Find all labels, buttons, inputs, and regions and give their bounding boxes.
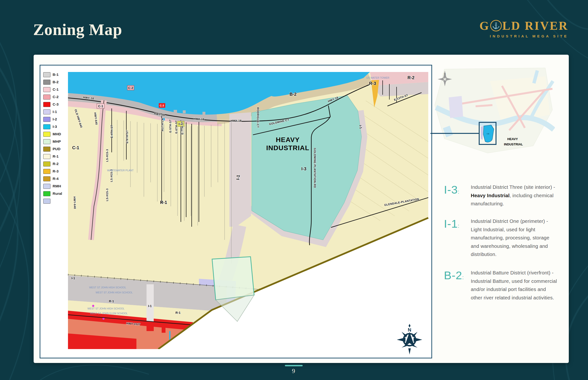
map-label: RUTH-LN [161,118,164,131]
i1-strip-bottom [147,284,154,322]
legend-swatch [43,87,50,92]
legend-swatch [43,132,50,137]
zone-text-i1: Industrial District One (perimeter) - Li… [471,217,559,259]
svg-text:N: N [444,73,446,75]
inset-site-label: I-3 [487,133,489,135]
map-label: R-1 [176,311,181,315]
legend-label: R-4 [53,177,59,181]
legend-swatch [43,161,50,167]
map-label: WEST ST JOHN HIGH SCHOOL [87,307,125,310]
logo-text-g: G [480,19,490,33]
legend-item: B-1 [43,72,62,77]
map-label: R-1 [109,299,114,303]
legend-item: C-3 [43,102,62,107]
legend-item: C-2 [43,94,62,99]
legend-label: B-1 [53,73,59,77]
zoning-map-frame: HWY-18HWY-18HWY-18HWY-18HWY-18B-2RODRIGU… [40,65,432,358]
inset-callout-line2: INDUSTRIAL [504,143,523,146]
legend-swatch [43,147,50,152]
legend-label: C-1 [53,87,59,92]
legend-label: R-1 [53,154,59,159]
zone-code-i3: I-3: [444,183,471,208]
zone-description-i3: I-3: Industrial District Three (site int… [444,183,559,208]
compass-north-letter: N [408,327,411,333]
map-label: E-7TH-ST [181,121,184,134]
map-label: I-3 [301,167,306,171]
legend-swatch [43,176,50,181]
map-label: US WATER TOWER [366,76,389,79]
map-label: C-1 [72,145,79,150]
zone-code-i1: I-1: [444,217,471,259]
legend-item: B-2 [43,79,62,85]
logo-text-ldriver: LD RIVER [502,19,568,33]
legend-swatch [43,124,50,129]
map-label: I-1 [71,276,75,280]
legend-swatch [43,102,50,107]
legend-item [43,198,62,204]
legend-label: RMH [53,184,61,188]
map-label: LS-H15-3 [106,149,108,162]
legend-swatch [43,80,50,85]
legend-item: R-3 [43,169,62,174]
map-label: HWY-640 [73,196,76,209]
map-label: E-9TH-ST [126,130,128,143]
legend-label: I-3 [53,125,57,129]
map-label: C-3 [160,104,164,107]
legend-swatch [43,72,50,77]
legend-swatch [43,184,50,189]
map-label: I-1 [235,175,241,180]
legend-swatch [43,139,50,144]
legend-swatch [43,109,50,114]
map-label: R-2 [407,75,414,80]
legend-label: R-3 [53,169,59,173]
legend: B-1B-2C-1C-2C-3I-1I-2I-3MHDMHPPUDR-1R-2R… [43,72,62,206]
map-label: WEST ST JOHN HIGH SCHOOL [89,286,126,289]
legend-item: I-1 [43,109,62,114]
red-block-small [162,325,166,333]
inset-callout-line1: HEAVY [507,137,518,141]
legend-item: PUD [43,146,62,152]
zone-code-b2: B-2: [444,269,471,302]
map-label: R-1 [160,200,167,205]
legend-label: I-1 [53,110,57,114]
legend-label: PUD [53,147,61,151]
school-dot [92,305,94,307]
zone-description-i1: I-1: Industrial District One (perimeter)… [444,217,559,259]
legend-item: R-4 [43,176,62,181]
legend-label: C-3 [53,102,59,107]
legend-item: I-2 [43,116,62,122]
map-label: HEAVY [276,136,299,143]
map-label: HWY-18 [231,119,241,122]
legend-swatch [43,191,50,196]
legend-item: I-3 [43,124,62,129]
legend-label: C-2 [53,95,59,99]
map-label: HWY-18 [193,117,204,121]
green-parcel-fan [216,295,254,322]
mhp-green-parcel [212,257,254,300]
map-label: GOLDMINE-PLANTATION-RD [314,148,316,188]
map-label: I-1 [358,125,363,129]
map-label: E-4TH-ST [110,125,113,138]
logo-tagline: INDUSTRIAL MEGA SITE [480,34,568,38]
legend-label: Rural [53,191,62,196]
legend-swatch [43,199,50,204]
map-label: RODRIGUE-CT [256,107,259,128]
compass-rose-icon: N [396,323,423,355]
legend-label: R-2 [53,162,59,166]
logo-brand: G ⚓ LD RIVER [480,19,568,33]
zoning-map: HWY-18HWY-18HWY-18HWY-18HWY-18B-2RODRIGU… [68,72,431,349]
legend-item: R-2 [43,161,62,167]
legend-swatch [43,169,50,174]
inset-locator-map: N I-3 HEAVY INDUSTRIAL [430,67,555,160]
legend-item: Rural [43,191,62,196]
page-title: Zoning Map [33,20,122,39]
legend-item: R-1 [43,154,62,159]
map-label: C-1 [98,104,103,108]
legend-swatch [43,95,50,99]
legend-item: RMH [43,184,62,189]
legend-item: MHD [43,132,62,137]
map-label: E-6TH-ST [175,120,178,134]
map-label: E-5TH-ST [169,119,172,133]
logo: G ⚓ LD RIVER INDUSTRIAL MEGA SITE [480,19,568,38]
map-label: WASTEWATER PLANT [107,169,134,172]
